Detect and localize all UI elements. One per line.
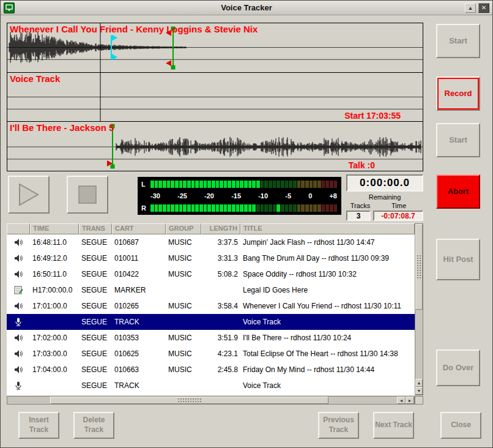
header-cart[interactable]: CART bbox=[112, 223, 166, 234]
titlebar-buttons: ▴ ✕ bbox=[465, 3, 489, 13]
track-region-voice[interactable]: Voice Track Start 17:03:55 bbox=[7, 73, 423, 122]
track-region-next[interactable]: I'll Be There - Jackson 5 Talk :0 bbox=[7, 122, 423, 171]
cell-time: 17:04:00.0 bbox=[30, 365, 79, 374]
log-row[interactable]: 17:02:00.0SEGUE010353MUSIC3:51.9I'll Be … bbox=[7, 330, 415, 346]
log-row[interactable]: 17:01:00.0SEGUE010265MUSIC3:58.4Whenever… bbox=[7, 298, 415, 314]
cell-group: MUSIC bbox=[166, 302, 201, 310]
cell-group: MUSIC bbox=[166, 349, 201, 358]
stop-button[interactable] bbox=[67, 176, 108, 214]
rivendell-logo-icon bbox=[6, 4, 13, 12]
remaining-time-label: Time bbox=[374, 202, 423, 209]
meter-scale-label: -15 bbox=[231, 192, 241, 200]
cell-time: 16:49:12.0 bbox=[30, 254, 79, 263]
cell-cart: 010422 bbox=[112, 270, 166, 278]
scroll-right-button[interactable]: ► bbox=[406, 397, 414, 404]
cell-title: Total Eclipse Of The Heart -- rdhost 11/… bbox=[240, 349, 415, 358]
cell-trans: SEGUE bbox=[79, 238, 112, 247]
vertical-scrollbar[interactable]: ▲ ▼ bbox=[415, 223, 423, 395]
speaker-icon bbox=[7, 365, 30, 375]
shade-button[interactable]: ▴ bbox=[465, 3, 476, 13]
cell-time: 17:03:00.0 bbox=[30, 349, 79, 358]
log-row[interactable]: 17:04:00.0SEGUE010663MUSIC2:45.8Friday O… bbox=[7, 362, 415, 378]
cell-group: MUSIC bbox=[166, 254, 201, 263]
header-trans[interactable]: TRANS bbox=[79, 223, 112, 234]
header-title[interactable]: TITLE bbox=[240, 223, 415, 234]
cell-length: 5:08.2 bbox=[201, 270, 240, 278]
cell-title: Bang The Drum All Day -- rdhost 11/30 09… bbox=[240, 254, 415, 263]
meter-scale-label: +8 bbox=[329, 192, 337, 200]
log-row[interactable]: 16:49:12.0SEGUE010011MUSIC3:31.3Bang The… bbox=[7, 250, 415, 266]
abort-button[interactable]: Abort bbox=[436, 174, 480, 209]
log-row[interactable]: 16:48:11.0SEGUE010687MUSIC3:37.5Jumpin' … bbox=[7, 234, 415, 250]
close-window-button[interactable]: ✕ bbox=[478, 3, 489, 13]
meter-scale-label: -20 bbox=[204, 192, 214, 200]
app-icon bbox=[4, 2, 15, 13]
stop-icon bbox=[78, 185, 97, 204]
cell-length: 3:37.5 bbox=[201, 238, 240, 247]
next-track-button[interactable]: Next Track bbox=[373, 412, 414, 439]
cell-trans: SEGUE bbox=[79, 286, 112, 294]
cell-length: 3:58.4 bbox=[201, 302, 240, 310]
vertical-scrollbar-thumb[interactable] bbox=[415, 224, 423, 310]
cell-cart: 010265 bbox=[112, 302, 166, 310]
log-row[interactable]: SEGUETRACKVoice Track bbox=[7, 314, 415, 330]
remaining-tracks-value: 3 bbox=[346, 211, 371, 221]
track-region-previous[interactable]: Whenever I Call You Friend - Kenny Loggi… bbox=[7, 23, 423, 73]
cell-time: 16:48:11.0 bbox=[30, 238, 79, 247]
header-icon-col[interactable] bbox=[7, 223, 30, 234]
talk-time-annotation: Talk :0 bbox=[349, 160, 375, 170]
track-title: Whenever I Call You Friend - Kenny Loggi… bbox=[10, 24, 258, 34]
cell-title: Jumpin' Jack Flash -- rdhost 11/30 14:47 bbox=[240, 238, 415, 247]
scroll-left-button[interactable]: ◄ bbox=[397, 397, 406, 404]
previous-track-button[interactable]: Previous Track bbox=[318, 412, 359, 439]
log-row[interactable]: SEGUETRACKVoice Track bbox=[7, 378, 415, 394]
delete-track-button[interactable]: Delete Track bbox=[73, 412, 114, 439]
insert-track-button[interactable]: Insert Track bbox=[18, 412, 59, 439]
cell-length: 4:23.1 bbox=[201, 349, 240, 358]
header-group[interactable]: GROUP bbox=[166, 223, 201, 234]
horizontal-scrollbar[interactable]: ◄ ► bbox=[7, 396, 415, 405]
cell-trans: SEGUE bbox=[79, 270, 112, 278]
play-button[interactable] bbox=[8, 176, 50, 214]
speaker-icon bbox=[7, 349, 30, 359]
speaker-icon bbox=[7, 253, 30, 263]
record-button[interactable]: Record bbox=[436, 77, 480, 111]
cell-title: Legal ID Goes Here bbox=[240, 286, 415, 294]
start-track1-button[interactable]: Start bbox=[436, 24, 480, 58]
titlebar[interactable]: Voice Tracker ▴ ✕ bbox=[1, 1, 492, 15]
horizontal-scrollbar-thumb[interactable] bbox=[50, 397, 328, 404]
meter-right-label: R bbox=[141, 204, 150, 212]
meter-scale-label: -25 bbox=[177, 192, 187, 200]
log-row[interactable]: H17:00:00.0SEGUEMARKERLegal ID Goes Here bbox=[7, 282, 415, 298]
speaker-icon bbox=[7, 301, 30, 311]
play-icon bbox=[18, 183, 39, 206]
scroll-down-button[interactable]: ▼ bbox=[415, 387, 423, 395]
start-time-annotation: Start 17:03:55 bbox=[344, 111, 401, 121]
log-table: TIME TRANS CART GROUP LENGTH TITLE 16:48… bbox=[7, 223, 423, 405]
cell-trans: SEGUE bbox=[79, 318, 112, 326]
cell-title: Friday On My Mind -- rdhost 11/30 14:44 bbox=[240, 365, 415, 374]
cell-title: Voice Track bbox=[240, 318, 415, 326]
do-over-button[interactable]: Do Over bbox=[436, 349, 480, 386]
meter-left-label: L bbox=[141, 181, 150, 188]
remaining-tracks-label: Tracks bbox=[346, 202, 374, 209]
meter-right-bar bbox=[150, 204, 337, 212]
start-track3-button[interactable]: Start bbox=[436, 123, 480, 157]
header-time[interactable]: TIME bbox=[30, 223, 79, 234]
cell-trans: SEGUE bbox=[79, 349, 112, 358]
cell-group: MUSIC bbox=[166, 365, 201, 374]
cell-cart: 010011 bbox=[112, 254, 166, 263]
cell-time: H17:00:00.0 bbox=[30, 286, 79, 294]
cell-time: 17:01:00.0 bbox=[30, 302, 79, 310]
close-button[interactable]: Close bbox=[440, 412, 481, 439]
mic-icon bbox=[7, 381, 30, 390]
header-length[interactable]: LENGTH bbox=[201, 223, 240, 234]
remaining-label: Remaining bbox=[346, 193, 423, 201]
elapsed-time-display: 0:00:00.0 bbox=[346, 174, 423, 192]
meter-scale-label: 0 bbox=[308, 192, 312, 200]
log-row[interactable]: 16:50:11.0SEGUE010422MUSIC5:08.2Space Od… bbox=[7, 266, 415, 282]
scroll-up-button[interactable]: ▲ bbox=[415, 379, 423, 387]
log-row[interactable]: 17:03:00.0SEGUE010625MUSIC4:23.1Total Ec… bbox=[7, 346, 415, 362]
cell-length: 3:31.3 bbox=[201, 254, 240, 263]
hit-post-button[interactable]: Hit Post bbox=[436, 239, 480, 280]
